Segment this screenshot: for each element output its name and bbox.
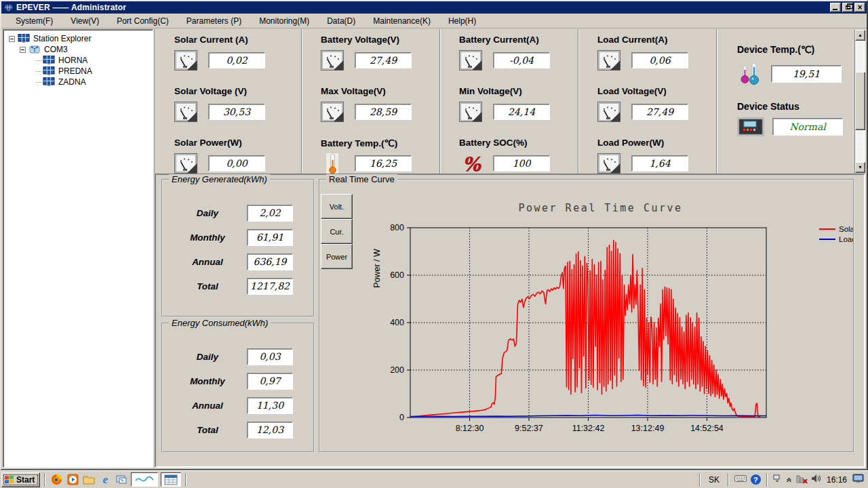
menu-maintenance-k[interactable]: Maintenance(K)	[364, 15, 439, 27]
media-player-icon[interactable]	[66, 473, 79, 487]
y-tick-label: 400	[390, 318, 404, 327]
chart-title: Power Real Time Curve	[518, 202, 682, 214]
gauge-value: 27,49	[631, 104, 688, 120]
display-switch-icon[interactable]	[773, 474, 782, 485]
gauge-value: 1,64	[631, 155, 688, 171]
device-temp-label: Device Temp.(℃)	[737, 44, 865, 55]
gauge-load-current-a: Load Current(A)0,06	[597, 35, 716, 70]
help-tray-icon[interactable]: ?	[751, 474, 761, 485]
energy-row-total: Total12,03	[163, 418, 313, 442]
energy-consumed-title: Energy Consumed(kWh)	[169, 318, 271, 328]
percent-icon: %	[459, 153, 482, 174]
gauge-label: Min Voltage(V)	[459, 86, 578, 98]
window-title: EPEVER —— Administrator	[16, 3, 126, 12]
hidden-icons-chevron-icon[interactable]	[786, 475, 792, 485]
energy-row-monthly: Monthly61,91	[163, 225, 313, 249]
energy-label: Monthly	[172, 376, 243, 386]
gauge-value: 16,25	[355, 155, 412, 171]
gauge-solar-current-a: Solar Current (A)0,02	[174, 35, 301, 70]
monitor-column-0: Solar Current (A)0,02Solar Voltage (V)30…	[155, 29, 302, 174]
monitor-scrollbar[interactable]: ▲ ▼	[854, 30, 865, 173]
tree-item-horna[interactable]: HORNA	[5, 55, 151, 66]
scrollbar-thumb[interactable]	[855, 72, 865, 130]
real-time-curve-box: Real Time Curve Volt.Cur.Power 020040060…	[319, 179, 854, 453]
gauge-load-power-w: Load Power(W)1,64	[597, 138, 716, 174]
legend-solar-label: Solar	[839, 225, 853, 233]
energy-value: 2,02	[247, 205, 293, 222]
tree-item-zadna[interactable]: ZADNA	[5, 77, 151, 87]
x-tick-label: 8:12:30	[456, 424, 484, 433]
gauge-value: 0,02	[208, 52, 265, 68]
folder-icon[interactable]	[82, 473, 96, 487]
tree-item-com3[interactable]: COM3	[5, 44, 151, 55]
scroll-up-icon[interactable]: ▲	[855, 30, 865, 41]
com-port-icon	[28, 45, 41, 54]
solar-series-line	[412, 241, 761, 417]
tree-label: COM3	[44, 45, 68, 54]
menu-monitoring-m[interactable]: Monitoring(M)	[250, 15, 318, 27]
gauge-value: 0,00	[208, 155, 265, 171]
task-button-table[interactable]	[161, 472, 181, 487]
energy-value: 0,03	[247, 348, 293, 365]
power-chart: 02004006008008:12:309:52:3711:32:4213:12…	[320, 180, 853, 450]
gauge-label: Battery Current(A)	[459, 35, 578, 46]
energy-label: Total	[172, 425, 243, 435]
close-button[interactable]: ×	[854, 3, 865, 12]
x-tick-label: 13:12:49	[631, 424, 665, 433]
y-tick-label: 200	[390, 365, 404, 375]
gauge-max-voltage-v: Max Voltage(V)28,59	[321, 86, 439, 122]
start-button[interactable]: Start	[1, 472, 40, 487]
tree-connector	[36, 60, 41, 61]
show-desktop-icon[interactable]	[115, 473, 128, 487]
tree-item-predna[interactable]: PREDNA	[5, 66, 151, 77]
taskbar: Start e SK ? ✕	[0, 470, 868, 488]
menu-system-f[interactable]: System(F)	[7, 15, 62, 27]
meter-icon	[597, 50, 620, 70]
firefox-icon[interactable]	[50, 473, 63, 487]
network-disconnected-icon[interactable]: ✕	[796, 475, 807, 485]
volume-icon[interactable]	[811, 474, 821, 485]
energy-generated-box: Energy Generated(kWh) Daily2,02Monthly61…	[161, 179, 315, 317]
monitor-tray-icon[interactable]	[852, 474, 864, 485]
minimize-button[interactable]	[830, 3, 841, 12]
menu-data-d[interactable]: Data(D)	[318, 15, 364, 27]
gauge-label: Load Power(W)	[597, 138, 716, 149]
gauge-label: Solar Current (A)	[174, 35, 301, 46]
meter-icon	[597, 102, 620, 122]
gauge-label: Battery Voltage(V)	[321, 35, 439, 46]
menu-view-v[interactable]: View(V)	[62, 15, 108, 27]
energy-value: 0,97	[247, 373, 293, 390]
energy-row-monthly: Monthly0,97	[163, 369, 313, 393]
device-status-value: Normal	[772, 118, 843, 136]
menu-parameters-p[interactable]: Parameters (P)	[178, 15, 250, 27]
energy-label: Daily	[172, 352, 243, 362]
internet-explorer-icon[interactable]: e	[98, 473, 112, 487]
titlebar: EPEVER —— Administrator ×	[1, 1, 867, 14]
gauge-load-voltage-v: Load Voltage(V)27,49	[597, 86, 716, 122]
y-tick-label: 800	[390, 223, 404, 232]
x-tick-label: 9:52:37	[515, 424, 543, 433]
tree-item-station-explorer[interactable]: Station Explorer	[5, 33, 151, 44]
gauge-value: 100	[493, 155, 550, 171]
collapse-icon[interactable]	[20, 47, 26, 53]
solar-panel-icon	[43, 77, 55, 87]
clock[interactable]: 16:16	[825, 475, 848, 485]
energy-label: Annual	[172, 257, 243, 267]
energy-value: 1217,82	[247, 278, 293, 295]
scroll-down-icon[interactable]: ▼	[855, 162, 865, 173]
energy-row-annual: Annual636,19	[163, 249, 313, 274]
menu-port-config-c[interactable]: Port Config(C)	[108, 15, 178, 27]
meter-icon	[459, 102, 482, 122]
keyboard-icon[interactable]	[734, 474, 747, 485]
menu-help-h[interactable]: Help(H)	[439, 15, 485, 27]
device-panel: Device Temp.(℃) 19,51 Dev	[717, 29, 865, 174]
solar-panel-icon	[43, 56, 55, 65]
collapse-icon[interactable]	[9, 36, 15, 42]
task-button-epever[interactable]	[131, 472, 158, 487]
gauge-label: Battery Temp.(℃)	[321, 138, 439, 149]
thermometer-icon	[321, 153, 344, 174]
gauge-label: Solar Voltage (V)	[174, 86, 301, 98]
restore-button[interactable]	[842, 3, 853, 12]
language-indicator[interactable]: SK	[706, 475, 722, 485]
meter-icon	[459, 50, 482, 70]
